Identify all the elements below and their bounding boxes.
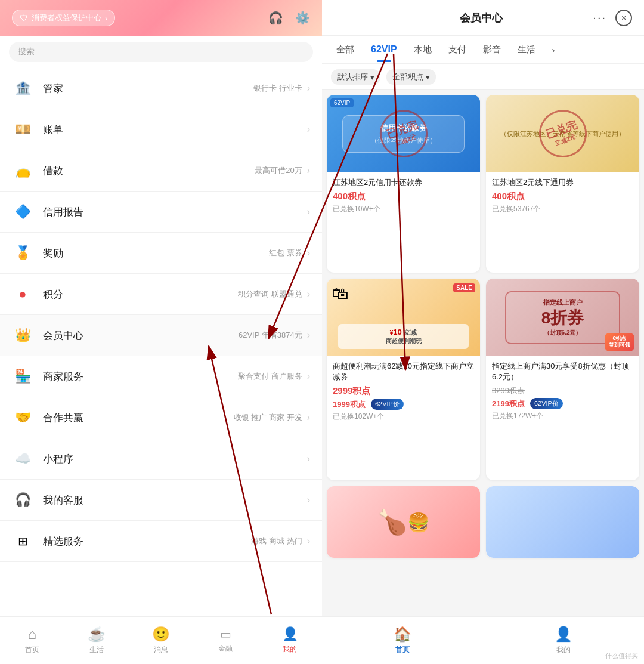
voucher-card-v2[interactable]: （仅限江苏地区、云南省等线下商户使用） 已兑完 立减2元 江苏地区2元线下通用券… xyxy=(486,95,639,273)
consumer-label: 消费者权益保护中心 xyxy=(32,13,101,23)
menu-item-jingxuan[interactable]: ⊞ 精选服务 游戏 商城 热门 › xyxy=(0,521,322,562)
more-icon[interactable]: ··· xyxy=(593,11,606,24)
huiyuan-icon: 👑 xyxy=(12,325,33,346)
arrow-kefu: › xyxy=(307,495,310,505)
filter-sort-icon: ▾ xyxy=(370,73,374,82)
voucher-card-v1[interactable]: 62VIP 信用卡还款券 （仅限本地商户使用） 已兑完 立减2元 江苏地区2元信… xyxy=(327,95,480,273)
headset-icon[interactable]: 🎧 xyxy=(268,11,283,25)
nav-shouye[interactable]: ⌂ 首页 xyxy=(0,621,64,660)
search-placeholder: 搜索 xyxy=(18,47,35,56)
right-title: 会员中心 xyxy=(370,11,593,25)
voucher-info-v3: 商超便利潮玩满62减10元指定线下商户立减券 2999积点 1999积点 62V… xyxy=(327,356,480,427)
jinrong-icon: ▭ xyxy=(220,627,231,641)
voucher-card-v3[interactable]: SALE 🛍 ¥10 立减 商超便利潮玩 商超便利潮玩满62减10元指定线下商户… xyxy=(327,279,480,480)
filter-points[interactable]: 全部积点 ▾ xyxy=(386,69,436,85)
settings-icon[interactable]: ⚙️ xyxy=(295,11,310,25)
menu-item-jiangli[interactable]: 🏅 奖励 红包 票券 › xyxy=(0,233,322,274)
right-bottom-nav: 🏠 首页 👤 我的 xyxy=(322,616,644,664)
menu-label-shangjia: 商家服务 xyxy=(43,370,238,384)
sign-badge-v4: 6积点 签到可领 xyxy=(605,333,634,351)
consumer-badge[interactable]: 🛡 消费者权益保护中心 › xyxy=(12,10,115,26)
tab-quanbu[interactable]: 全部 xyxy=(328,38,363,61)
nav-jinrong[interactable]: ▭ 金融 xyxy=(193,622,258,659)
voucher-img-v3: SALE 🛍 ¥10 立减 商超便利潮玩 xyxy=(327,279,480,356)
arrow-jiangli: › xyxy=(307,248,310,258)
menu-item-jifen[interactable]: ● 积分 积分查询 联盟通兑 › xyxy=(0,274,322,315)
search-bar[interactable]: 搜索 xyxy=(9,42,313,62)
stamp-v2: 已兑完 立减2元 xyxy=(532,103,593,165)
menu-item-xiaocheng[interactable]: ☁️ 小程序 › xyxy=(0,438,322,480)
arrow-huiyuan: › xyxy=(307,330,310,341)
tab-zhifu[interactable]: 支付 xyxy=(440,38,475,61)
tab-62vip[interactable]: 62VIP xyxy=(363,38,405,61)
watermark: 什么值得买 xyxy=(605,651,638,660)
points-row-v4: 3299积点 xyxy=(492,385,633,396)
menu-label-guanjia: 管家 xyxy=(43,82,253,95)
voucher-img-v4: 指定线上商户 8折券 （封顶6.2元） 6积点 签到可领 xyxy=(486,279,639,356)
menu-item-kefu[interactable]: 🎧 我的客服 › xyxy=(0,480,322,521)
menu-label-huiyuan: 会员中心 xyxy=(43,329,239,342)
arrow-xiaocheng: › xyxy=(307,453,310,464)
arrow-hezuo: › xyxy=(307,412,310,423)
voucher-name-v3: 商超便利潮玩满62减10元指定线下商户立减券 xyxy=(333,361,474,382)
menu-item-hezuo[interactable]: 🤝 合作共赢 收银 推广 商家 开发 › xyxy=(0,397,322,438)
vip-points-v4: 2199积点 xyxy=(492,399,525,409)
arrow-shangjia: › xyxy=(307,371,310,382)
rnav-shouye-icon: 🏠 xyxy=(394,626,411,643)
nav-label-shenghuo: 生活 xyxy=(89,645,104,655)
header-icons: 🎧 ⚙️ xyxy=(268,11,310,25)
right-header-actions: ··· × xyxy=(593,10,632,26)
menu-item-huiyuan[interactable]: 👑 会员中心 62VIP 年省3874元 › xyxy=(0,315,322,356)
stamp-v1: 已兑完 立减2元 xyxy=(373,103,434,165)
voucher-info-v2: 江苏地区2元线下通用券 400积点 已兑换53767个 xyxy=(486,172,639,219)
close-button[interactable]: × xyxy=(615,10,632,26)
voucher-card-v6[interactable] xyxy=(486,486,639,558)
voucher-exchanged-v2: 已兑换53767个 xyxy=(492,204,633,214)
menu-item-xinyong[interactable]: 🔷 信用报告 › xyxy=(0,192,322,233)
shouye-icon: ⌂ xyxy=(28,626,37,643)
left-bottom-nav: ⌂ 首页 ☕ 生活 🙂 消息 ▭ 金融 👤 我的 xyxy=(0,616,322,664)
left-panel: 🛡 消费者权益保护中心 › 🎧 ⚙️ 搜索 🏦 管家 银行卡 行业卡 › 💴 账… xyxy=(0,0,322,664)
vip-price-row-v3: 1999积点 62VIP价 xyxy=(333,399,474,410)
sale-badge-v3: SALE xyxy=(453,283,475,292)
menu-item-zhangdan[interactable]: 💴 账单 › xyxy=(0,109,322,150)
tab-bendi[interactable]: 本地 xyxy=(405,38,440,61)
voucher-name-v4: 指定线上商户满30元享受8折优惠（封顶6.2元） xyxy=(492,361,633,382)
xinyong-icon: 🔷 xyxy=(12,201,33,223)
tab-shenghuo[interactable]: 生活 xyxy=(509,38,544,61)
menu-item-shangjia[interactable]: 🏪 商家服务 聚合支付 商户服务 › xyxy=(0,356,322,397)
rnav-shouye[interactable]: 🏠 首页 xyxy=(322,621,483,660)
food-emoji-v5: 🍗 xyxy=(377,508,407,536)
tabs-bar: 全部 62VIP 本地 支付 影音 生活 › xyxy=(322,36,644,64)
tab-more[interactable]: › xyxy=(544,39,564,61)
jingxuan-icon: ⊞ xyxy=(12,530,33,552)
arrow-jiekuan: › xyxy=(307,165,310,176)
filter-sort[interactable]: 默认排序 ▾ xyxy=(331,69,380,85)
voucher-info-v4: 指定线上商户满30元享受8折优惠（封顶6.2元） 3299积点 2199积点 6… xyxy=(486,356,639,426)
voucher-card-v4[interactable]: 指定线上商户 8折券 （封顶6.2元） 6积点 签到可领 指定线上商户满30元享… xyxy=(486,279,639,480)
voucher-img-v2: （仅限江苏地区、云南省等线下商户使用） 已兑完 立减2元 xyxy=(486,95,639,172)
nav-xiaoxi[interactable]: 🙂 消息 xyxy=(129,621,193,660)
shield-icon: 🛡 xyxy=(20,13,28,23)
menu-item-jiekuan[interactable]: 👝 借款 最高可借20万 › xyxy=(0,150,322,192)
menu-sub-jingxuan: 游戏 商城 热门 xyxy=(251,536,302,546)
rnav-shouye-label: 首页 xyxy=(395,645,410,655)
tab-yingyin[interactable]: 影音 xyxy=(475,38,509,61)
hezuo-icon: 🤝 xyxy=(12,407,33,428)
voucher-card-v5[interactable]: 🍗 🍔 xyxy=(327,486,480,558)
menu-sub-jifen: 积分查询 联盟通兑 xyxy=(238,289,302,299)
jiekuan-icon: 👝 xyxy=(12,160,33,181)
arrow-xinyong: › xyxy=(307,206,310,217)
rnav-wode-label: 我的 xyxy=(556,645,571,655)
arrow-zhangdan: › xyxy=(307,124,310,135)
nav-shenghuo[interactable]: ☕ 生活 xyxy=(64,621,129,660)
menu-label-xinyong: 信用报告 xyxy=(43,205,302,219)
menu-item-guanjia[interactable]: 🏦 管家 银行卡 行业卡 › xyxy=(0,68,322,109)
menu-list: 🏦 管家 银行卡 行业卡 › 💴 账单 › 👝 借款 最高可借20万 › 🔷 信… xyxy=(0,68,322,616)
strikethrough-v4: 3299积点 xyxy=(492,385,525,396)
vip-tag-v3: 62VIP价 xyxy=(371,399,404,410)
left-header: 🛡 消费者权益保护中心 › 🎧 ⚙️ xyxy=(0,0,322,36)
food-emoji2-v5: 🍔 xyxy=(407,512,429,533)
nav-wode[interactable]: 👤 我的 xyxy=(258,622,322,659)
cart-icon-v3: 🛍 xyxy=(332,283,348,303)
